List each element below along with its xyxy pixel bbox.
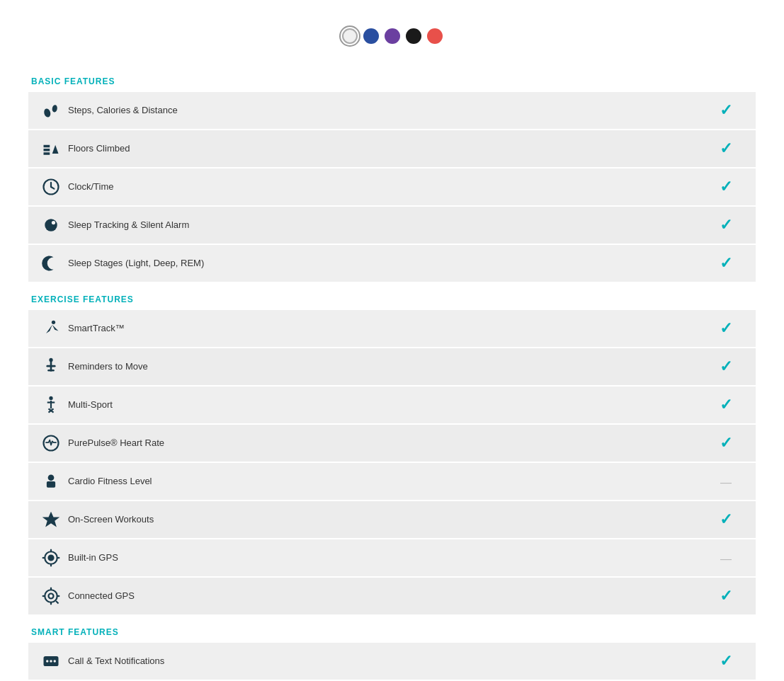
svg-point-41 bbox=[46, 660, 49, 663]
feature-check-floors bbox=[705, 139, 747, 158]
svg-point-0 bbox=[43, 108, 52, 118]
section-basic: BASIC FEATURESSteps, Calories & Distance… bbox=[28, 65, 756, 282]
svg-point-1 bbox=[52, 105, 58, 113]
steps-icon bbox=[37, 101, 65, 120]
feature-label-sleep: Sleep Tracking & Silent Alarm bbox=[65, 219, 705, 231]
sleep-icon bbox=[37, 215, 65, 235]
feature-check-connected-gps bbox=[705, 587, 747, 605]
section-header-exercise: EXERCISE FEATURES bbox=[28, 283, 756, 310]
feature-check-sleep bbox=[705, 216, 747, 234]
star-icon bbox=[37, 510, 65, 530]
clock-icon bbox=[37, 177, 65, 197]
check-yes-icon bbox=[720, 396, 732, 413]
feature-label-multisport: Multi-Sport bbox=[65, 399, 705, 411]
feature-row-reminders: Reminders to Move bbox=[28, 348, 756, 385]
feature-row-workouts: On-Screen Workouts bbox=[28, 501, 756, 538]
floors-icon bbox=[37, 139, 65, 159]
feature-check-clock bbox=[705, 178, 747, 196]
feature-label-sleep-stages: Sleep Stages (Light, Deep, REM) bbox=[65, 258, 705, 270]
svg-line-8 bbox=[51, 187, 54, 189]
feature-check-sleep-stages bbox=[705, 254, 747, 273]
color-options bbox=[28, 28, 756, 44]
multisport-icon bbox=[37, 395, 65, 415]
feature-check-cardio bbox=[705, 472, 747, 491]
message-icon bbox=[37, 651, 65, 671]
feature-check-reminders bbox=[705, 357, 747, 376]
section-header-smart: SMART FEATURES bbox=[28, 616, 756, 643]
section-smart: SMART FEATURESCall & Text NotificationsC… bbox=[28, 616, 756, 681]
svg-point-33 bbox=[45, 590, 57, 602]
moon-icon bbox=[37, 253, 65, 273]
feature-label-floors: Floors Climbed bbox=[65, 143, 705, 155]
check-yes-icon bbox=[720, 587, 732, 605]
feature-label-clock: Clock/Time bbox=[65, 181, 705, 193]
svg-point-43 bbox=[54, 660, 57, 663]
features-container: BASIC FEATURESSteps, Calories & Distance… bbox=[28, 65, 756, 681]
move-icon bbox=[37, 357, 65, 377]
feature-row-notifications: Call & Text Notifications bbox=[28, 643, 756, 680]
svg-point-11 bbox=[52, 321, 55, 324]
product-header bbox=[28, 14, 756, 44]
check-yes-icon bbox=[720, 139, 732, 157]
svg-point-10 bbox=[52, 221, 55, 224]
color-swatch-black[interactable] bbox=[406, 28, 421, 44]
svg-point-23 bbox=[48, 474, 55, 481]
color-swatch-white[interactable] bbox=[342, 28, 358, 44]
page-container: BASIC FEATURESSteps, Calories & Distance… bbox=[0, 0, 784, 681]
check-yes-icon bbox=[720, 510, 732, 528]
check-no-icon bbox=[720, 472, 732, 490]
feature-label-reminders: Reminders to Move bbox=[65, 361, 705, 373]
check-yes-icon bbox=[720, 357, 732, 375]
feature-check-smarttrack bbox=[705, 319, 747, 338]
feature-label-builtin-gps: Built-in GPS bbox=[65, 552, 705, 564]
feature-row-clock: Clock/Time bbox=[28, 168, 756, 205]
feature-row-steps: Steps, Calories & Distance bbox=[28, 92, 756, 129]
svg-rect-4 bbox=[44, 145, 50, 148]
section-header-basic: BASIC FEATURES bbox=[28, 65, 756, 92]
feature-row-connected-gps: Connected GPS bbox=[28, 578, 756, 614]
feature-label-notifications: Call & Text Notifications bbox=[65, 656, 705, 668]
feature-label-heartrate: PurePulse® Heart Rate bbox=[65, 437, 705, 450]
feature-row-cardio: Cardio Fitness Level bbox=[28, 463, 756, 500]
feature-check-builtin-gps bbox=[705, 549, 747, 567]
feature-row-smarttrack: SmartTrack™ bbox=[28, 310, 756, 347]
feature-row-multisport: Multi-Sport bbox=[28, 387, 756, 423]
check-yes-icon bbox=[720, 178, 732, 195]
check-no-icon bbox=[720, 549, 732, 566]
section-exercise: EXERCISE FEATURESSmartTrack™Reminders to… bbox=[28, 283, 756, 614]
feature-row-sleep: Sleep Tracking & Silent Alarm bbox=[28, 207, 756, 244]
color-swatch-purple[interactable] bbox=[385, 28, 400, 44]
check-yes-icon bbox=[720, 434, 732, 452]
svg-point-28 bbox=[49, 556, 54, 561]
heart-icon bbox=[37, 433, 65, 453]
feature-label-connected-gps: Connected GPS bbox=[65, 590, 705, 602]
check-yes-icon bbox=[720, 254, 732, 272]
gps-icon bbox=[37, 548, 65, 568]
run-icon bbox=[37, 319, 65, 338]
gps2-icon bbox=[37, 586, 65, 606]
cardio-icon bbox=[37, 471, 65, 491]
feature-label-workouts: On-Screen Workouts bbox=[65, 514, 705, 526]
svg-point-9 bbox=[45, 219, 57, 231]
feature-label-cardio: Cardio Fitness Level bbox=[65, 476, 705, 488]
check-yes-icon bbox=[720, 652, 732, 670]
svg-point-34 bbox=[49, 594, 54, 599]
svg-rect-25 bbox=[49, 483, 52, 485]
svg-point-42 bbox=[50, 660, 52, 663]
feature-row-heartrate: PurePulse® Heart Rate bbox=[28, 425, 756, 462]
feature-row-builtin-gps: Built-in GPS bbox=[28, 539, 756, 576]
feature-check-notifications bbox=[705, 652, 747, 670]
svg-point-17 bbox=[49, 396, 52, 400]
check-yes-icon bbox=[720, 319, 732, 337]
color-swatch-blue[interactable] bbox=[363, 28, 379, 44]
check-yes-icon bbox=[720, 101, 732, 119]
svg-marker-5 bbox=[52, 145, 59, 154]
feature-check-multisport bbox=[705, 396, 747, 414]
svg-marker-26 bbox=[42, 512, 60, 527]
color-swatch-coral[interactable] bbox=[427, 28, 443, 44]
feature-check-workouts bbox=[705, 510, 747, 529]
feature-label-steps: Steps, Calories & Distance bbox=[65, 105, 705, 117]
svg-rect-3 bbox=[44, 149, 50, 151]
check-yes-icon bbox=[720, 216, 732, 234]
feature-row-floors: Floors Climbed bbox=[28, 130, 756, 167]
